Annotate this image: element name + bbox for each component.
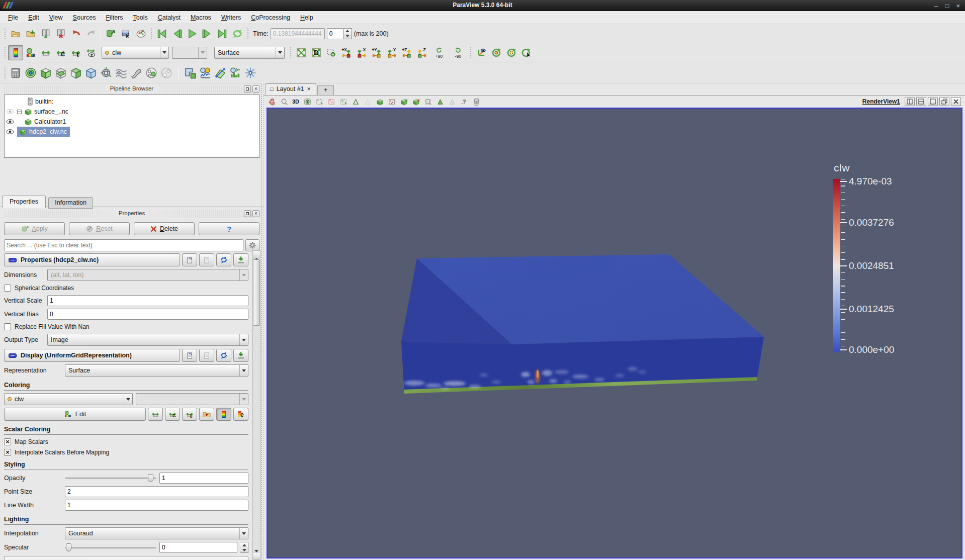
interpolate-scalars-checkbox[interactable]: × — [4, 449, 11, 456]
interactive-select-cells-button[interactable] — [398, 97, 409, 107]
coloring-array-combo[interactable]: clw — [4, 393, 133, 405]
redo-button[interactable] — [83, 26, 99, 41]
toolbar-grip[interactable] — [247, 28, 249, 40]
slider-handle[interactable] — [66, 543, 71, 551]
scroll-down-button[interactable] — [253, 552, 260, 559]
extract-subset-button[interactable] — [83, 65, 99, 80]
menu-writers[interactable]: Writers — [216, 12, 246, 23]
selection-help-button[interactable]: ? — [459, 97, 470, 107]
render-view-name[interactable]: RenderView1 — [862, 98, 900, 105]
glyph-filter-button[interactable] — [99, 65, 114, 80]
close-view-button[interactable] — [951, 97, 961, 106]
select-points-polygon-button[interactable] — [374, 97, 385, 107]
dimensions-combo[interactable]: (alt, lat, lon) — [47, 269, 248, 281]
rescale-custom-small-button[interactable]: C — [165, 408, 180, 421]
representation-toolbar-combo[interactable]: Surface — [214, 47, 285, 59]
save-data-button[interactable] — [23, 26, 38, 41]
set-rotation-center-button[interactable] — [489, 45, 504, 60]
copy-properties-button[interactable] — [182, 253, 197, 266]
interactive-select-points-button[interactable] — [410, 97, 421, 107]
hover-cells-button[interactable] — [422, 97, 433, 107]
eye-icon[interactable] — [6, 129, 14, 135]
zoom-mode-button[interactable] — [279, 97, 290, 107]
rescale-to-data-small-button[interactable] — [148, 408, 163, 421]
capture-screenshot-button[interactable] — [118, 26, 133, 41]
time-value-field[interactable] — [271, 28, 325, 39]
pipeline-item-surface[interactable]: surface_..nc — [5, 107, 259, 117]
source-properties-section-button[interactable]: Properties (hdcp2_clw.nc) — [4, 253, 180, 266]
vertical-bias-input[interactable] — [47, 309, 248, 320]
spin-up-icon[interactable] — [240, 542, 248, 547]
reset-camera-button[interactable] — [294, 45, 309, 60]
menu-help[interactable]: Help — [295, 12, 318, 23]
warp-filter-button[interactable] — [129, 65, 144, 80]
histogram-view-button[interactable] — [228, 65, 243, 80]
group-datasets-button[interactable] — [144, 65, 159, 80]
help-button[interactable]: ? — [199, 222, 259, 235]
toolbar-grip[interactable] — [290, 47, 292, 59]
display-section-button[interactable]: Display (UniformGridRepresentation) — [4, 349, 180, 362]
scroll-up-icon[interactable] — [254, 251, 258, 258]
disconnect-server-button[interactable] — [53, 26, 68, 41]
clear-selection-button[interactable] — [471, 97, 482, 107]
replace-fill-checkbox[interactable] — [4, 323, 11, 330]
specular-slider[interactable] — [65, 543, 156, 551]
toggle-color-legend-button[interactable] — [8, 45, 23, 60]
specular-spin-buttons[interactable] — [240, 542, 248, 553]
dock-float-button[interactable] — [244, 210, 251, 217]
connect-server-button[interactable] — [38, 26, 53, 41]
threshold-filter-button[interactable] — [68, 65, 83, 80]
rotate-90-cw-button[interactable]: +90 — [429, 45, 449, 60]
previous-frame-button[interactable] — [169, 26, 185, 41]
color-palette-button[interactable] — [133, 26, 148, 41]
slider-handle[interactable] — [148, 474, 153, 482]
render-view[interactable]: clw 4.970e-03 0.0037276 0.0024851 0.0012… — [267, 108, 962, 558]
pick-rotation-center-button[interactable] — [519, 45, 534, 60]
select-cells-through-button[interactable] — [338, 97, 349, 107]
eye-icon[interactable] — [6, 109, 14, 115]
select-points-through-button[interactable] — [350, 97, 361, 107]
menu-edit[interactable]: Edit — [23, 12, 44, 23]
rescale-custom-range-button[interactable]: C — [53, 45, 68, 60]
menu-tools[interactable]: Tools — [128, 12, 153, 23]
extract-group-button[interactable] — [159, 65, 174, 80]
loop-button[interactable] — [230, 26, 245, 41]
scroll-up-button[interactable] — [253, 251, 260, 258]
reset-rotation-center-button[interactable] — [504, 45, 519, 60]
tab-properties[interactable]: Properties — [2, 196, 46, 208]
maximize-button[interactable]: □ — [945, 2, 949, 10]
first-frame-button[interactable] — [154, 26, 169, 41]
play-button[interactable] — [185, 26, 200, 41]
split-vertical-button[interactable] — [916, 97, 926, 106]
specular-input[interactable] — [159, 542, 237, 553]
hover-points-button[interactable] — [434, 97, 446, 107]
menu-macros[interactable]: Macros — [186, 12, 216, 23]
menu-view[interactable]: View — [44, 12, 68, 23]
spin-up-icon[interactable] — [344, 29, 352, 34]
pipeline-item-builtin[interactable]: builtin: — [5, 97, 259, 107]
point-size-input[interactable] — [65, 486, 248, 497]
save-display-defaults-button[interactable] — [233, 349, 248, 362]
set-view-plus-z-button[interactable]: +Z — [399, 45, 414, 60]
pipeline-item-calculator1[interactable]: Calculator1 — [5, 117, 259, 127]
show-color-legend-toggle[interactable] — [216, 408, 231, 421]
save-defaults-button[interactable] — [233, 253, 248, 266]
tab-information[interactable]: Information — [48, 197, 93, 209]
eye-icon[interactable] — [6, 119, 14, 125]
rescale-temporal-small-button[interactable]: t — [182, 408, 197, 421]
toolbar-grip[interactable] — [4, 47, 6, 59]
export-scene-button[interactable] — [103, 26, 118, 41]
delete-button[interactable]: Delete — [134, 222, 195, 235]
set-view-plus-y-button[interactable]: +Y — [369, 45, 384, 60]
spin-down-icon[interactable] — [240, 547, 248, 552]
opacity-input[interactable] — [159, 473, 248, 484]
adjust-camera-button[interactable] — [302, 97, 313, 107]
slice-filter-button[interactable] — [53, 65, 68, 80]
calculator-filter-button[interactable] — [8, 65, 23, 80]
zoom-to-box-button[interactable] — [324, 45, 339, 60]
set-view-minus-z-button[interactable]: -Z — [414, 45, 429, 60]
interpolation-combo[interactable]: Gouraud — [65, 527, 248, 539]
select-cells-on-button[interactable] — [314, 97, 325, 107]
pipeline-item-hdcp2-clw[interactable]: hdcp2_clw.nc — [5, 127, 259, 137]
split-horizontal-button[interactable] — [905, 97, 915, 106]
